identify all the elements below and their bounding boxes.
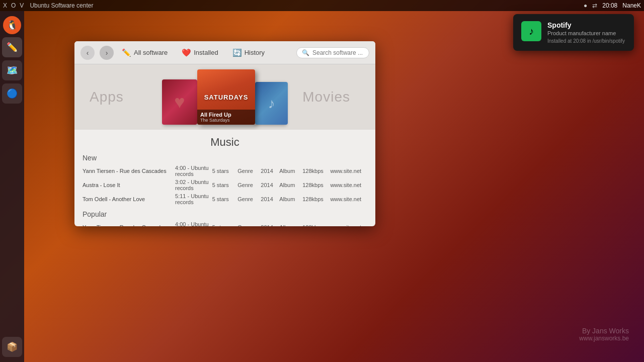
text-editor-icon: ✏️ — [7, 42, 18, 53]
track-name: Yann Tiersen - Rue des Cascades — [83, 168, 175, 174]
software-center-window: ‹ › ✏️ All software ❤️ Installed 🔄 Histo… — [74, 41, 375, 226]
search-box[interactable]: 🔍 — [296, 47, 369, 58]
sidebar-item-notes[interactable]: 🔵 — [2, 83, 22, 104]
indicator-icon: ● — [584, 2, 587, 9]
indicator-icon2: ⇄ — [592, 2, 597, 9]
track-year: 2014 — [261, 182, 279, 188]
track-genre: Genre — [237, 182, 261, 188]
track-row[interactable]: Yann Tiersen - Rue des Cascades 4:00 - U… — [83, 164, 367, 178]
search-input[interactable] — [312, 49, 364, 56]
album-right[interactable]: ♪ — [255, 82, 288, 125]
album-right-art: ♪ — [268, 96, 275, 112]
back-icon: ‹ — [87, 49, 89, 57]
notification-details: Installed at 20:08 in /usr/bin/spotify — [547, 38, 626, 44]
track-url: www.site.net — [330, 224, 367, 226]
taskbar-right: ● ⇄ 20:08 NaneK — [584, 2, 641, 9]
toolbar-tabs: ✏️ All software ❤️ Installed 🔄 History — [119, 47, 291, 59]
window-content: Apps ♥ SATURDAYS All Fired Up The Saturd… — [74, 64, 375, 226]
track-name: Austra - Lose It — [83, 182, 175, 188]
apps-label: Apps — [90, 89, 124, 105]
window-toolbar: ‹ › ✏️ All software ❤️ Installed 🔄 Histo… — [74, 41, 375, 64]
notification-popup: ♪ Spotify Product manufacturer name Inst… — [513, 14, 634, 51]
track-stars: 5 stars — [212, 168, 238, 174]
forward-button[interactable]: › — [100, 46, 114, 60]
track-row[interactable]: Tom Odell - Another Love 5:11 - Ubuntu r… — [83, 192, 367, 206]
search-icon: 🔍 — [302, 49, 309, 56]
track-row[interactable]: Austra - Lose It 3:02 - Ubuntu records 5… — [83, 178, 367, 192]
featured-banner: Apps ♥ SATURDAYS All Fired Up The Saturd… — [74, 64, 375, 130]
watermark: By Jans Works www.jansworks.be — [579, 327, 629, 342]
watermark-line2: www.jansworks.be — [579, 335, 629, 342]
notification-title: Spotify — [547, 21, 626, 29]
track-year: 2014 — [261, 168, 279, 174]
software-center-icon: 📦 — [7, 341, 18, 352]
track-row[interactable]: Yann Tiersen - Rue des Cascades 4:00 - U… — [83, 220, 367, 226]
track-duration: 5:11 - Ubuntu records — [175, 193, 212, 205]
installed-label: Installed — [194, 49, 218, 56]
history-label: History — [245, 49, 265, 56]
track-url: www.site.net — [330, 168, 367, 174]
album-left-art: ♥ — [170, 87, 190, 117]
installed-icon: ❤️ — [182, 48, 191, 57]
album-artist-name: The Saturdays — [200, 118, 252, 123]
username: NaneK — [622, 2, 641, 9]
spotify-icon: ♪ — [521, 21, 541, 41]
track-type: Album — [279, 168, 302, 174]
album-track-name: All Fired Up — [200, 112, 252, 118]
forward-icon: › — [106, 49, 108, 57]
all-software-label: All software — [134, 49, 168, 56]
track-type: Album — [279, 196, 302, 202]
tab-history[interactable]: 🔄 History — [229, 47, 268, 59]
wm-button-v[interactable]: V — [20, 2, 24, 9]
track-year: 2014 — [261, 196, 279, 202]
ubuntu-logo-icon: 🐧 — [7, 20, 18, 31]
track-duration: 4:00 - Ubuntu records — [175, 165, 212, 177]
track-bitrate: 128kbps — [302, 224, 330, 226]
track-type: Album — [279, 224, 302, 226]
notes-icon: 🔵 — [7, 88, 18, 99]
track-duration: 3:02 - Ubuntu records — [175, 179, 212, 191]
sidebar: 🐧 ✏️ 🗺️ 🔵 📦 — [0, 11, 24, 362]
new-track-list: Yann Tiersen - Rue des Cascades 4:00 - U… — [74, 164, 375, 208]
tab-installed[interactable]: ❤️ Installed — [179, 47, 221, 59]
sidebar-bottom: 📦 — [2, 337, 22, 357]
track-stars: 5 stars — [212, 182, 238, 188]
album-left[interactable]: ♥ — [162, 79, 197, 125]
saturdays-text: SATURDAYS — [204, 94, 249, 101]
sidebar-item-text-editor[interactable]: ✏️ — [2, 37, 22, 57]
sidebar-item-maps[interactable]: 🗺️ — [2, 60, 22, 80]
popular-section-header: Popular — [74, 208, 375, 220]
notification-subtitle: Product manufacturer name — [547, 30, 626, 36]
album-caption: All Fired Up The Saturdays — [197, 110, 255, 125]
all-software-icon: ✏️ — [122, 48, 131, 57]
popular-track-list: Yann Tiersen - Rue des Cascades 4:00 - U… — [74, 220, 375, 226]
track-url: www.site.net — [330, 196, 367, 202]
track-type: Album — [279, 182, 302, 188]
new-section-header: New — [74, 152, 375, 164]
wm-button-o[interactable]: O — [11, 2, 16, 9]
clock: 20:08 — [602, 2, 617, 9]
taskbar: X O V Ubuntu Software center ● ⇄ 20:08 N… — [0, 0, 644, 11]
notification-content: Spotify Product manufacturer name Instal… — [547, 21, 626, 44]
maps-icon: 🗺️ — [7, 65, 18, 76]
tab-all-software[interactable]: ✏️ All software — [119, 47, 171, 59]
track-name: Tom Odell - Another Love — [83, 196, 175, 202]
wm-button-x[interactable]: X — [3, 2, 7, 9]
history-icon: 🔄 — [232, 48, 242, 57]
back-button[interactable]: ‹ — [80, 46, 95, 60]
track-url: www.site.net — [330, 182, 367, 188]
album-main[interactable]: SATURDAYS All Fired Up The Saturdays — [197, 69, 255, 125]
music-section-title: Music — [74, 130, 375, 152]
track-genre: Genre — [237, 168, 261, 174]
track-stars: 5 stars — [212, 196, 238, 202]
track-duration: 4:00 - Ubuntu records — [175, 221, 212, 226]
track-bitrate: 128kbps — [302, 196, 330, 202]
banner-albums: ♥ SATURDAYS All Fired Up The Saturdays ♪ — [162, 69, 288, 125]
watermark-line1: By Jans Works — [579, 327, 629, 335]
track-genre: Genre — [237, 224, 261, 226]
app-title: Ubuntu Software center — [30, 2, 93, 9]
sidebar-item-ubuntu[interactable]: 🐧 — [3, 16, 21, 34]
track-year: 2014 — [261, 224, 279, 226]
track-bitrate: 128kbps — [302, 182, 330, 188]
sidebar-item-software-center[interactable]: 📦 — [2, 337, 22, 357]
